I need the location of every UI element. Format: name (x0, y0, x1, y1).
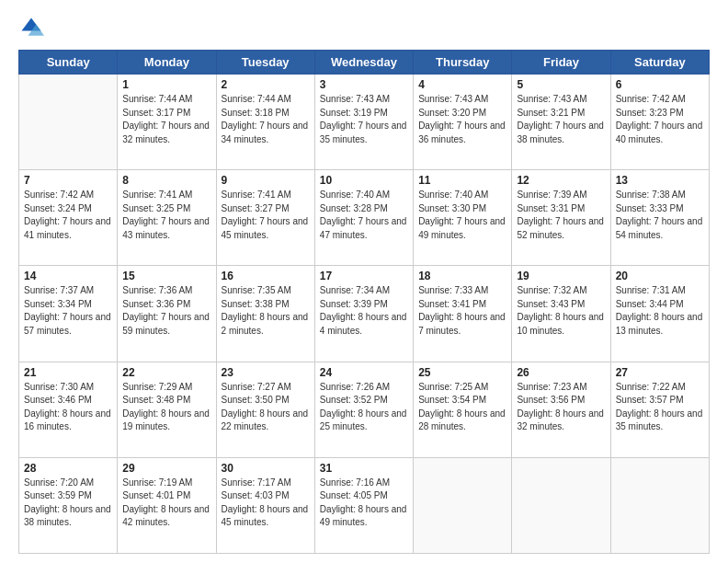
weekday-header: Wednesday (314, 51, 413, 75)
calendar-week-row: 21Sunrise: 7:30 AMSunset: 3:46 PMDayligh… (19, 362, 710, 457)
calendar-day-cell: 15Sunrise: 7:36 AMSunset: 3:36 PMDayligh… (118, 266, 216, 362)
calendar-day-cell: 1Sunrise: 7:44 AMSunset: 3:17 PMDaylight… (118, 75, 216, 170)
calendar-day-cell (19, 75, 118, 170)
calendar-day-cell: 21Sunrise: 7:30 AMSunset: 3:46 PMDayligh… (19, 362, 118, 457)
day-info: Sunrise: 7:23 AMSunset: 3:56 PMDaylight:… (517, 381, 605, 434)
day-number: 16 (222, 270, 310, 282)
day-number: 17 (320, 270, 408, 282)
day-info: Sunrise: 7:34 AMSunset: 3:39 PMDaylight:… (320, 284, 408, 338)
day-info: Sunrise: 7:19 AMSunset: 4:01 PMDaylight:… (122, 477, 210, 530)
calendar-day-cell (414, 457, 512, 553)
day-info: Sunrise: 7:42 AMSunset: 3:23 PMDaylight:… (616, 93, 704, 146)
calendar-day-cell: 3Sunrise: 7:43 AMSunset: 3:19 PMDaylight… (314, 75, 413, 170)
day-number: 11 (418, 174, 506, 187)
day-info: Sunrise: 7:25 AMSunset: 3:54 PMDaylight:… (418, 381, 506, 434)
day-number: 4 (418, 78, 506, 91)
calendar-day-cell: 2Sunrise: 7:44 AMSunset: 3:18 PMDaylight… (216, 75, 314, 170)
day-number: 8 (122, 174, 210, 187)
header (18, 15, 710, 40)
day-info: Sunrise: 7:42 AMSunset: 3:24 PMDaylight:… (24, 189, 112, 242)
day-info: Sunrise: 7:29 AMSunset: 3:48 PMDaylight:… (122, 381, 210, 434)
calendar-day-cell: 22Sunrise: 7:29 AMSunset: 3:48 PMDayligh… (118, 362, 216, 457)
calendar-day-cell: 10Sunrise: 7:40 AMSunset: 3:28 PMDayligh… (314, 170, 413, 266)
day-info: Sunrise: 7:38 AMSunset: 3:33 PMDaylight:… (616, 189, 704, 242)
day-info: Sunrise: 7:27 AMSunset: 3:50 PMDaylight:… (222, 381, 310, 434)
page: SundayMondayTuesdayWednesdayThursdayFrid… (0, 0, 728, 563)
calendar-day-cell: 6Sunrise: 7:42 AMSunset: 3:23 PMDaylight… (610, 75, 709, 170)
day-number: 9 (222, 174, 310, 187)
day-number: 14 (24, 270, 112, 282)
calendar-day-cell: 7Sunrise: 7:42 AMSunset: 3:24 PMDaylight… (19, 170, 118, 266)
weekday-header: Monday (118, 51, 216, 75)
calendar-day-cell: 4Sunrise: 7:43 AMSunset: 3:20 PMDaylight… (414, 75, 512, 170)
calendar-week-row: 28Sunrise: 7:20 AMSunset: 3:59 PMDayligh… (19, 457, 710, 553)
calendar-day-cell: 24Sunrise: 7:26 AMSunset: 3:52 PMDayligh… (314, 362, 413, 457)
day-info: Sunrise: 7:41 AMSunset: 3:25 PMDaylight:… (122, 189, 210, 242)
day-number: 21 (24, 366, 112, 379)
calendar-day-cell: 23Sunrise: 7:27 AMSunset: 3:50 PMDayligh… (216, 362, 314, 457)
day-info: Sunrise: 7:31 AMSunset: 3:44 PMDaylight:… (616, 284, 704, 338)
weekday-header: Saturday (610, 51, 709, 75)
calendar-day-cell: 29Sunrise: 7:19 AMSunset: 4:01 PMDayligh… (118, 457, 216, 553)
day-info: Sunrise: 7:43 AMSunset: 3:21 PMDaylight:… (517, 93, 605, 146)
day-info: Sunrise: 7:37 AMSunset: 3:34 PMDaylight:… (24, 284, 112, 338)
day-number: 1 (122, 78, 210, 91)
logo-icon (18, 15, 44, 40)
weekday-header: Tuesday (216, 51, 314, 75)
calendar-day-cell: 16Sunrise: 7:35 AMSunset: 3:38 PMDayligh… (216, 266, 314, 362)
calendar-day-cell (610, 457, 709, 553)
day-number: 3 (320, 78, 408, 91)
day-number: 31 (320, 462, 408, 475)
calendar-day-cell: 14Sunrise: 7:37 AMSunset: 3:34 PMDayligh… (19, 266, 118, 362)
day-info: Sunrise: 7:35 AMSunset: 3:38 PMDaylight:… (222, 284, 310, 338)
day-number: 24 (320, 366, 408, 379)
day-number: 27 (616, 366, 704, 379)
day-info: Sunrise: 7:43 AMSunset: 3:20 PMDaylight:… (418, 93, 506, 146)
calendar-week-row: 7Sunrise: 7:42 AMSunset: 3:24 PMDaylight… (19, 170, 710, 266)
day-info: Sunrise: 7:44 AMSunset: 3:18 PMDaylight:… (222, 93, 310, 146)
calendar-day-cell: 25Sunrise: 7:25 AMSunset: 3:54 PMDayligh… (414, 362, 512, 457)
day-info: Sunrise: 7:26 AMSunset: 3:52 PMDaylight:… (320, 381, 408, 434)
calendar-day-cell: 13Sunrise: 7:38 AMSunset: 3:33 PMDayligh… (610, 170, 709, 266)
day-number: 19 (517, 270, 605, 282)
day-number: 6 (616, 78, 704, 91)
day-number: 18 (418, 270, 506, 282)
calendar-day-cell: 11Sunrise: 7:40 AMSunset: 3:30 PMDayligh… (414, 170, 512, 266)
weekday-header: Thursday (414, 51, 512, 75)
day-number: 15 (122, 270, 210, 282)
day-info: Sunrise: 7:22 AMSunset: 3:57 PMDaylight:… (616, 381, 704, 434)
day-info: Sunrise: 7:44 AMSunset: 3:17 PMDaylight:… (122, 93, 210, 146)
calendar-day-cell: 12Sunrise: 7:39 AMSunset: 3:31 PMDayligh… (512, 170, 610, 266)
calendar-week-row: 14Sunrise: 7:37 AMSunset: 3:34 PMDayligh… (19, 266, 710, 362)
day-info: Sunrise: 7:41 AMSunset: 3:27 PMDaylight:… (222, 189, 310, 242)
calendar-day-cell: 9Sunrise: 7:41 AMSunset: 3:27 PMDaylight… (216, 170, 314, 266)
day-number: 7 (24, 174, 112, 187)
calendar-day-cell: 31Sunrise: 7:16 AMSunset: 4:05 PMDayligh… (314, 457, 413, 553)
day-info: Sunrise: 7:43 AMSunset: 3:19 PMDaylight:… (320, 93, 408, 146)
weekday-header-row: SundayMondayTuesdayWednesdayThursdayFrid… (19, 51, 710, 75)
calendar-day-cell: 28Sunrise: 7:20 AMSunset: 3:59 PMDayligh… (19, 457, 118, 553)
day-number: 28 (24, 462, 112, 475)
weekday-header: Friday (512, 51, 610, 75)
day-info: Sunrise: 7:40 AMSunset: 3:30 PMDaylight:… (418, 189, 506, 242)
calendar-day-cell: 8Sunrise: 7:41 AMSunset: 3:25 PMDaylight… (118, 170, 216, 266)
day-info: Sunrise: 7:36 AMSunset: 3:36 PMDaylight:… (122, 284, 210, 338)
day-info: Sunrise: 7:32 AMSunset: 3:43 PMDaylight:… (517, 284, 605, 338)
day-number: 13 (616, 174, 704, 187)
calendar-day-cell (512, 457, 610, 553)
day-number: 2 (222, 78, 310, 91)
day-info: Sunrise: 7:30 AMSunset: 3:46 PMDaylight:… (24, 381, 112, 434)
day-info: Sunrise: 7:39 AMSunset: 3:31 PMDaylight:… (517, 189, 605, 242)
logo (18, 15, 48, 40)
day-number: 22 (122, 366, 210, 379)
calendar-day-cell: 17Sunrise: 7:34 AMSunset: 3:39 PMDayligh… (314, 266, 413, 362)
calendar-day-cell: 19Sunrise: 7:32 AMSunset: 3:43 PMDayligh… (512, 266, 610, 362)
weekday-header: Sunday (19, 51, 118, 75)
calendar-day-cell: 26Sunrise: 7:23 AMSunset: 3:56 PMDayligh… (512, 362, 610, 457)
day-number: 29 (122, 462, 210, 475)
day-number: 26 (517, 366, 605, 379)
day-info: Sunrise: 7:33 AMSunset: 3:41 PMDaylight:… (418, 284, 506, 338)
calendar: SundayMondayTuesdayWednesdayThursdayFrid… (18, 50, 710, 554)
day-info: Sunrise: 7:16 AMSunset: 4:05 PMDaylight:… (320, 477, 408, 530)
calendar-day-cell: 18Sunrise: 7:33 AMSunset: 3:41 PMDayligh… (414, 266, 512, 362)
